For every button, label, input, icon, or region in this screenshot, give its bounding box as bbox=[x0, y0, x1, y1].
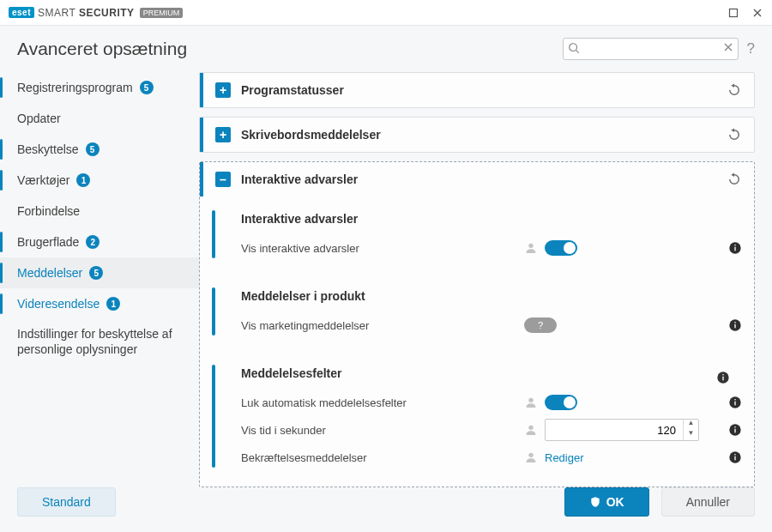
sidebar-item-forbindelse[interactable]: Forbindelse bbox=[0, 196, 199, 227]
titlebar: eset SMART SECURITY PREMIUM bbox=[0, 0, 772, 26]
svg-rect-5 bbox=[734, 245, 735, 245]
sidebar-badge: 1 bbox=[106, 297, 120, 311]
user-policy-icon bbox=[524, 423, 538, 437]
sidebar-badge: 5 bbox=[86, 142, 100, 156]
accordion-title: Interaktive advarsler bbox=[241, 172, 358, 186]
sidebar-item-registreringsprogram[interactable]: Registreringsprogram 5 bbox=[0, 72, 199, 103]
setting-row-display-time: Vis tid i sekunder ▲ ▼ bbox=[241, 416, 742, 444]
brand-product: SMART SECURITY bbox=[38, 7, 135, 19]
section-notification-boxes: Meddelelsesfelter Luk automatisk meddele… bbox=[200, 358, 754, 475]
section-in-product-messages: Meddelelser i produkt Vis marketingmedde… bbox=[200, 281, 754, 342]
svg-point-1 bbox=[569, 44, 576, 51]
ok-button[interactable]: OK bbox=[564, 487, 649, 517]
revert-icon[interactable] bbox=[727, 127, 742, 142]
cancel-button[interactable]: Annuller bbox=[661, 487, 755, 517]
sidebar-badge: 5 bbox=[89, 266, 103, 280]
sidebar-item-label: Brugerflade bbox=[17, 235, 79, 249]
info-icon[interactable] bbox=[728, 241, 742, 255]
setting-label: Vis interaktive advarsler bbox=[241, 242, 524, 255]
clear-search-icon[interactable] bbox=[723, 42, 733, 52]
search-input[interactable] bbox=[563, 38, 739, 60]
accordion-header[interactable]: + Programstatusser bbox=[200, 73, 754, 107]
info-icon[interactable] bbox=[728, 318, 742, 332]
accordion-header[interactable]: + Skrivebordsmeddelelser bbox=[200, 118, 754, 152]
sidebar-item-label: Forbindelse bbox=[17, 204, 80, 218]
setting-row-auto-close: Luk automatisk meddelelsesfelter bbox=[241, 389, 742, 416]
section-heading: Meddelelser i produkt bbox=[241, 289, 742, 303]
sidebar-item-label: Registreringsprogram bbox=[17, 81, 133, 94]
svg-rect-11 bbox=[722, 374, 723, 375]
maximize-icon[interactable] bbox=[727, 7, 739, 19]
default-button[interactable]: Standard bbox=[17, 487, 116, 517]
accordion-desktop-notifications: + Skrivebordsmeddelelser bbox=[199, 117, 755, 153]
brand: eset SMART SECURITY PREMIUM bbox=[9, 7, 183, 19]
svg-point-12 bbox=[528, 398, 533, 402]
sidebar-item-opdater[interactable]: Opdater bbox=[0, 103, 199, 134]
svg-rect-19 bbox=[734, 426, 735, 427]
accordion-program-status: + Programstatusser bbox=[199, 72, 755, 108]
number-input-display-time[interactable]: ▲ ▼ bbox=[545, 419, 699, 441]
svg-rect-22 bbox=[734, 456, 735, 461]
stepper-down-icon[interactable]: ▼ bbox=[684, 430, 698, 440]
sidebar-item-videresendelse[interactable]: Videresendelse 1 bbox=[0, 288, 199, 319]
section-heading: Interaktive advarsler bbox=[241, 212, 742, 226]
setting-label: Vis marketingmeddelelser bbox=[241, 319, 524, 332]
footer: Standard OK Annuller bbox=[0, 475, 772, 532]
svg-rect-23 bbox=[734, 454, 735, 455]
sidebar-item-label: Videresendelse bbox=[17, 297, 100, 311]
svg-point-20 bbox=[528, 453, 533, 457]
edit-link[interactable]: Rediger bbox=[545, 451, 584, 464]
info-icon[interactable] bbox=[728, 423, 742, 437]
sidebar-item-meddelelser[interactable]: Meddelelser 5 bbox=[0, 257, 199, 288]
sidebar: Registreringsprogram 5 Opdater Beskyttel… bbox=[0, 67, 199, 467]
sidebar-item-brugerflade[interactable]: Brugerflade 2 bbox=[0, 227, 199, 257]
topbar: Avanceret opsætning ? bbox=[0, 26, 772, 67]
sidebar-item-beskyttelse[interactable]: Beskyttelse 5 bbox=[0, 134, 199, 165]
sidebar-item-vaerktoejer[interactable]: Værktøjer 1 bbox=[0, 165, 199, 196]
sidebar-item-label: Indstillinger for beskyttelse af personl… bbox=[17, 326, 189, 357]
info-icon[interactable] bbox=[728, 450, 742, 464]
brand-product-bold: SECURITY bbox=[79, 7, 135, 19]
toggle-marketing-messages[interactable]: ? bbox=[524, 317, 557, 333]
shield-icon bbox=[589, 496, 601, 508]
collapse-icon: – bbox=[215, 172, 231, 187]
brand-product-light: SMART bbox=[38, 7, 75, 19]
section-heading: Meddelelsesfelter bbox=[241, 366, 716, 380]
accordion-body: Interaktive advarsler Vis interaktive ad… bbox=[200, 196, 754, 487]
revert-icon[interactable] bbox=[727, 172, 742, 187]
svg-rect-0 bbox=[730, 9, 738, 16]
sidebar-item-label: Beskyttelse bbox=[17, 142, 79, 156]
sidebar-item-privacy[interactable]: Indstillinger for beskyttelse af personl… bbox=[0, 319, 199, 364]
svg-rect-10 bbox=[722, 377, 723, 381]
button-label: Standard bbox=[42, 495, 91, 509]
expand-icon: + bbox=[215, 82, 231, 98]
setting-row-show-interactive-alerts: Vis interaktive advarsler bbox=[241, 234, 742, 262]
toggle-auto-close[interactable] bbox=[545, 395, 577, 410]
svg-rect-7 bbox=[734, 324, 735, 329]
setting-label: Luk automatisk meddelelsesfelter bbox=[241, 396, 524, 409]
user-policy-icon bbox=[524, 450, 538, 464]
info-icon[interactable] bbox=[728, 396, 742, 409]
revert-icon[interactable] bbox=[727, 82, 742, 98]
toggle-show-interactive-alerts[interactable] bbox=[545, 240, 577, 256]
number-input[interactable] bbox=[546, 424, 683, 437]
info-icon[interactable] bbox=[716, 371, 730, 384]
button-label: Annuller bbox=[686, 495, 730, 509]
user-policy-icon bbox=[524, 396, 538, 409]
svg-point-2 bbox=[528, 244, 533, 248]
brand-edition: PREMIUM bbox=[140, 8, 184, 18]
button-label: OK bbox=[606, 495, 624, 509]
accordion-header[interactable]: – Interaktive advarsler bbox=[200, 162, 754, 196]
sidebar-item-label: Værktøjer bbox=[17, 173, 69, 187]
close-icon[interactable] bbox=[751, 7, 763, 19]
main-panel: + Programstatusser + Skrivebordsmeddelel… bbox=[199, 67, 755, 467]
svg-rect-4 bbox=[734, 247, 735, 251]
help-icon[interactable]: ? bbox=[747, 40, 755, 57]
accordion-title: Skrivebordsmeddelelser bbox=[241, 128, 381, 142]
accordion-title: Programstatusser bbox=[241, 83, 344, 97]
sidebar-badge: 1 bbox=[76, 173, 90, 187]
setting-row-confirmation-messages: Bekræftelsesmeddelelser Rediger bbox=[241, 444, 742, 471]
sidebar-badge: 5 bbox=[140, 81, 154, 94]
svg-rect-18 bbox=[734, 429, 735, 433]
search-field[interactable] bbox=[563, 38, 739, 60]
